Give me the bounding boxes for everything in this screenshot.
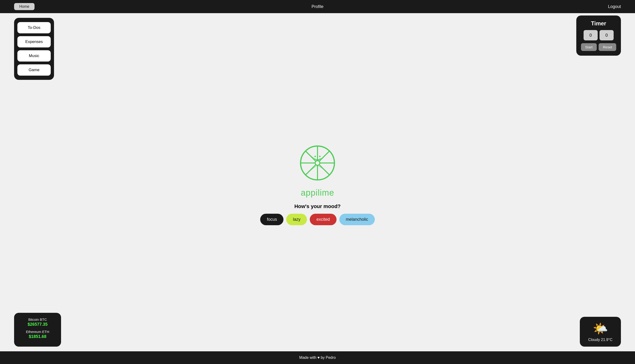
mood-section: How's your mood? focus lazy excited mela… <box>260 203 374 225</box>
timer-start-button[interactable]: Start <box>581 43 597 51</box>
bitcoin-name: Bitcoin BTC <box>20 318 56 322</box>
mood-focus-button[interactable]: focus <box>260 214 284 225</box>
timer-reset-button[interactable]: Reset <box>598 43 616 51</box>
mood-melancholic-button[interactable]: melancholic <box>339 214 375 225</box>
nav-center: Profile <box>312 4 323 9</box>
music-button[interactable]: Music <box>18 50 51 62</box>
logo-container: appilime <box>294 140 341 198</box>
nav-right: Logout <box>608 4 621 9</box>
mood-buttons: focus lazy excited melancholic <box>260 214 374 225</box>
center-content: appilime How's your mood? focus lazy exc… <box>260 140 374 225</box>
weather-icon: 🌤️ <box>586 322 615 336</box>
timer-widget: Timer Start Reset <box>576 16 621 56</box>
expenses-button[interactable]: Expenses <box>18 36 51 48</box>
footer-text: Made with ♥ by Pedro <box>299 356 336 360</box>
app-name: appilime <box>301 188 334 198</box>
logout-button[interactable]: Logout <box>608 4 621 9</box>
weather-widget: 🌤️ Cloudy 21.9°C <box>580 317 621 346</box>
app-logo <box>294 140 341 186</box>
timer-inputs <box>582 30 615 40</box>
timer-buttons: Start Reset <box>582 43 615 51</box>
timer-title: Timer <box>582 20 615 27</box>
timer-minutes[interactable] <box>584 30 598 40</box>
mood-excited-button[interactable]: excited <box>310 214 336 225</box>
home-button[interactable]: Home <box>14 3 34 10</box>
game-button[interactable]: Game <box>18 64 51 76</box>
mood-title: How's your mood? <box>260 203 374 210</box>
profile-link[interactable]: Profile <box>312 4 323 9</box>
ethereum-name: Ethereum ETH <box>20 330 56 334</box>
todos-button[interactable]: To-Dos <box>18 22 51 33</box>
svg-point-11 <box>319 156 320 157</box>
ethereum-price: $1851.68 <box>20 334 56 339</box>
svg-point-10 <box>314 156 316 157</box>
bitcoin-price: $26577.35 <box>20 322 56 327</box>
timer-seconds[interactable] <box>600 30 614 40</box>
main-content: To-Dos Expenses Music Game Bitcoin BTC $… <box>0 13 635 351</box>
navbar: Home Profile Logout <box>0 0 635 13</box>
crypto-widget: Bitcoin BTC $26577.35 Ethereum ETH $1851… <box>14 313 61 346</box>
weather-condition: Cloudy 21.9°C <box>586 338 615 342</box>
left-sidebar: To-Dos Expenses Music Game <box>14 18 54 80</box>
footer: Made with ♥ by Pedro <box>0 351 635 364</box>
mood-lazy-button[interactable]: lazy <box>286 214 307 225</box>
